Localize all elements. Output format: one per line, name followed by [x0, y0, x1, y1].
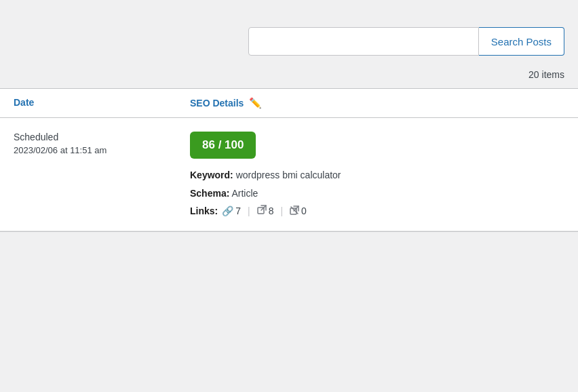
top-bar: Search Posts: [0, 0, 578, 66]
link-separator-1: |: [248, 205, 250, 216]
row-date-col: Scheduled 2023/02/06 at 11:51 am: [14, 132, 190, 155]
date-column-header[interactable]: Date: [14, 97, 190, 109]
links-label: Links:: [190, 205, 218, 216]
date-status: Scheduled: [14, 132, 190, 142]
row-seo-col: 86 / 100 Keyword: wordpress bmi calculat…: [190, 132, 564, 217]
link-separator-2: |: [280, 205, 283, 216]
nofollow-link-count: 0: [301, 205, 307, 216]
nofollow-links-group: 0: [290, 205, 307, 217]
keyword-label: Keyword:: [190, 170, 233, 180]
items-count: 20 items: [528, 69, 564, 80]
table-header: Date SEO Details ✏️: [0, 89, 578, 118]
internal-links-group: 🔗 7: [222, 205, 241, 216]
external-link-count: 8: [269, 205, 274, 216]
search-posts-button[interactable]: Search Posts: [479, 27, 564, 56]
seo-column-label: SEO Details: [190, 98, 244, 109]
external-link-icon: [257, 205, 267, 217]
schema-row: Schema: Article: [190, 187, 564, 201]
schema-value: Article: [231, 188, 258, 199]
internal-link-icon: 🔗: [222, 205, 233, 216]
table-row: Scheduled 2023/02/06 at 11:51 am 86 / 10…: [0, 118, 578, 231]
edit-icon[interactable]: ✏️: [249, 97, 262, 109]
schema-label: Schema:: [190, 188, 229, 199]
nofollow-link-icon: [290, 205, 299, 217]
links-row: Links: 🔗 7 |: [190, 205, 564, 217]
keyword-value: wordpress bmi calculator: [236, 170, 341, 180]
search-input[interactable]: [248, 27, 479, 56]
internal-link-count: 7: [235, 205, 241, 216]
external-links-group: 8: [257, 205, 274, 217]
seo-column-header[interactable]: SEO Details ✏️: [190, 97, 564, 109]
seo-score-badge: 86 / 100: [190, 132, 256, 159]
page-wrapper: Search Posts 20 items Date SEO Details ✏…: [0, 0, 578, 392]
items-count-bar: 20 items: [0, 66, 578, 88]
posts-table: Date SEO Details ✏️ Scheduled 2023/02/06…: [0, 88, 578, 232]
date-value: 2023/02/06 at 11:51 am: [14, 145, 190, 155]
keyword-row: Keyword: wordpress bmi calculator: [190, 168, 564, 182]
